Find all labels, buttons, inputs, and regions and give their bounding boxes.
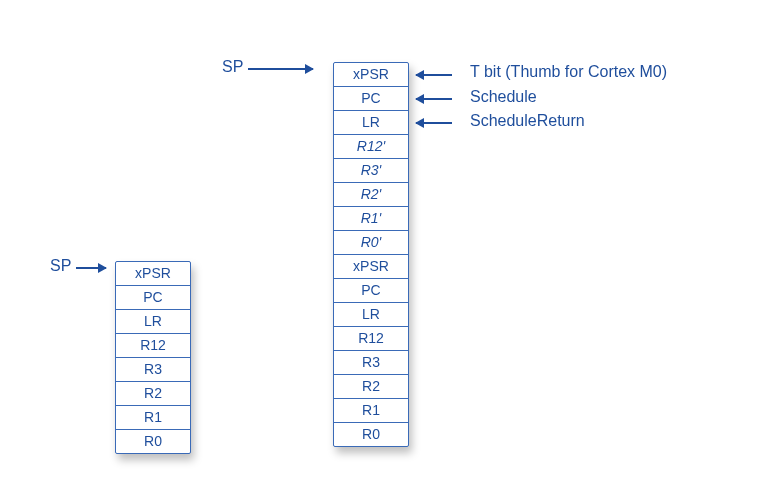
sp-label-right: SP	[222, 58, 243, 76]
stack-cell-xpsr-top: xPSR	[334, 63, 408, 87]
stack-cell-pc-bot: PC	[334, 279, 408, 303]
stack-cell-r1: R1	[334, 399, 408, 423]
sp-label-left: SP	[50, 257, 71, 275]
stack-cell-r12: R12	[116, 334, 190, 358]
stack-cell-r0: R0	[116, 430, 190, 453]
stack-cell-r2: R2	[116, 382, 190, 406]
stack-cell-lr-top: LR	[334, 111, 408, 135]
stack-cell-r3: R3	[334, 351, 408, 375]
arrow-annot-lr	[416, 122, 452, 124]
stack-cell-xpsr-bot: xPSR	[334, 255, 408, 279]
annotation-xpsr: T bit (Thumb for Cortex M0)	[470, 63, 667, 81]
stack-cell-lr: LR	[116, 310, 190, 334]
stack-cell-r0p: R0'	[334, 231, 408, 255]
arrow-sp-left	[76, 267, 106, 269]
stack-cell-lr-bot: LR	[334, 303, 408, 327]
stack-cell-r2p: R2'	[334, 183, 408, 207]
stack-cell-pc: PC	[116, 286, 190, 310]
annotation-pc: Schedule	[470, 88, 537, 106]
arrow-sp-right	[248, 68, 313, 70]
stack-cell-r1p: R1'	[334, 207, 408, 231]
left-stack: xPSR PC LR R12 R3 R2 R1 R0	[115, 261, 191, 454]
stack-cell-r12: R12	[334, 327, 408, 351]
arrow-annot-pc	[416, 98, 452, 100]
annotation-lr: ScheduleReturn	[470, 112, 585, 130]
stack-cell-r1: R1	[116, 406, 190, 430]
stack-cell-r0: R0	[334, 423, 408, 446]
stack-cell-r3p: R3'	[334, 159, 408, 183]
stack-cell-r12p: R12'	[334, 135, 408, 159]
right-stack: xPSR PC LR R12' R3' R2' R1' R0' xPSR PC …	[333, 62, 409, 447]
stack-cell-xpsr: xPSR	[116, 262, 190, 286]
stack-cell-pc-top: PC	[334, 87, 408, 111]
stack-cell-r3: R3	[116, 358, 190, 382]
arrow-annot-xpsr	[416, 74, 452, 76]
stack-cell-r2: R2	[334, 375, 408, 399]
